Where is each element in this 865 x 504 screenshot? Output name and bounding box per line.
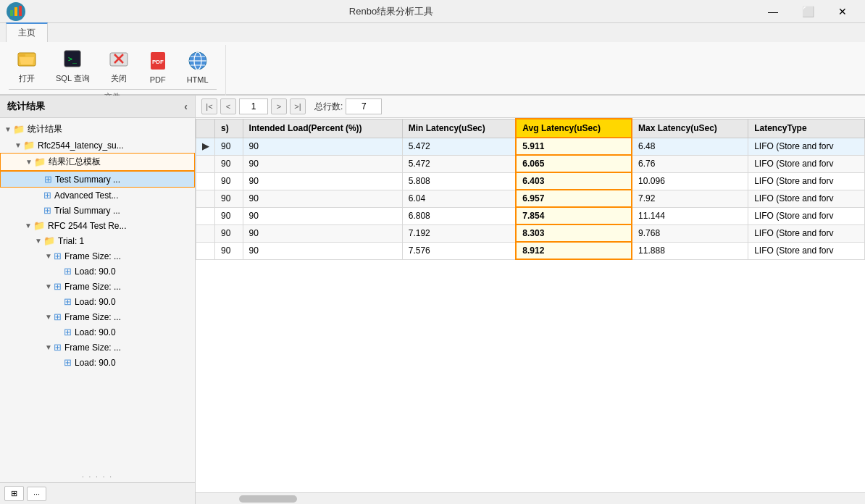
html-icon (188, 51, 208, 74)
data-table: s) Intended Load(Percent (%)) Min Latenc… (196, 118, 865, 260)
row-indicator (196, 207, 215, 224)
sidebar-item-trial1[interactable]: ▼ 📁 Trial: 1 (0, 233, 195, 248)
col-avg-latency: 5.911 (516, 138, 632, 155)
sidebar-scrollbar: · · · · · (0, 471, 195, 482)
pdf-icon: PDF (148, 51, 168, 74)
sidebar-item-template[interactable]: ▼ 📁 结果汇总模板 (0, 153, 195, 171)
col-header-max-latency[interactable]: Max Latency(uSec) (632, 119, 748, 138)
expand-trial-summary (33, 206, 43, 214)
sidebar-item-load1[interactable]: ⊞ Load: 90.0 (0, 264, 195, 279)
table-icon-test-summary: ⊞ (44, 174, 52, 185)
sidebar-item-frame-size3[interactable]: ▼ ⊞ Frame Size: ... (0, 309, 195, 324)
svg-rect-3 (19, 6, 22, 16)
col-intended-load: 90 (243, 242, 402, 259)
tree-label-trial-summary: Trial Summary ... (54, 206, 120, 216)
table-row[interactable]: ▶90905.4725.9116.48LIFO (Store and forv (196, 138, 865, 155)
data-table-wrap[interactable]: s) Intended Load(Percent (%)) Min Latenc… (196, 118, 865, 492)
expand-advanced (33, 191, 43, 199)
expand-frame1: ▼ (43, 252, 54, 260)
tree-label-test-summary: Test Summary ... (55, 175, 120, 185)
ribbon-file-group: 打开 >_ SQL 查询 (9, 45, 226, 102)
expand-test-summary (34, 175, 44, 183)
horizontal-scrollbar[interactable] (196, 492, 865, 504)
row-indicator (196, 190, 215, 207)
page-input[interactable] (239, 98, 268, 114)
first-page-button[interactable]: |< (201, 98, 217, 114)
svg-text:PDF: PDF (152, 59, 164, 65)
col-header-intended-load[interactable]: Intended Load(Percent (%)) (243, 119, 402, 138)
close-file-button[interactable]: 关闭 (101, 45, 137, 88)
total-rows-value[interactable] (346, 98, 382, 114)
col-min-latency: 5.472 (402, 138, 516, 155)
sidebar-item-frame-size1[interactable]: ▼ ⊞ Frame Size: ... (0, 248, 195, 264)
last-page-button[interactable]: >| (290, 98, 306, 114)
sidebar-item-trial-summary[interactable]: ⊞ Trial Summary ... (0, 203, 195, 218)
tree-label-root: 统计结果 (28, 123, 62, 135)
table-row[interactable]: 90905.4726.0656.76LIFO (Store and forv (196, 155, 865, 172)
table-row[interactable]: 90906.046.9577.92LIFO (Store and forv (196, 190, 865, 207)
hscroll-thumb[interactable] (239, 495, 297, 503)
total-rows-label: 总行数: (314, 101, 343, 113)
sidebar-toggle[interactable]: ‹ (184, 101, 188, 112)
table-icon-load1: ⊞ (64, 266, 72, 277)
sidebar-item-load3[interactable]: ⊞ Load: 90.0 (0, 324, 195, 340)
title-bar: Renbo结果分析工具 — ⬜ ✕ (0, 0, 865, 23)
grid-view-button[interactable]: ⊞ (4, 486, 24, 501)
pdf-button[interactable]: PDF PDF (140, 47, 176, 88)
col-max-latency: 7.92 (632, 190, 748, 207)
sidebar-item-root[interactable]: ▼ 📁 统计结果 (0, 121, 195, 138)
sidebar-item-rfc2544[interactable]: ▼ 📁 Rfc2544_latency_su... (0, 138, 195, 153)
table-row[interactable]: 90907.1928.3039.768LIFO (Store and forv (196, 224, 865, 242)
svg-rect-5 (18, 54, 25, 56)
sidebar-item-rfc2544-test-re[interactable]: ▼ 📁 RFC 2544 Test Re... (0, 218, 195, 233)
sidebar-item-frame-size2[interactable]: ▼ ⊞ Frame Size: ... (0, 279, 195, 294)
next-page-button[interactable]: > (271, 98, 287, 114)
tree-label-load4: Load: 90.0 (75, 358, 116, 368)
tree-label-template: 结果汇总模板 (49, 156, 101, 168)
open-button[interactable]: 打开 (9, 45, 45, 88)
sidebar-item-load2[interactable]: ⊞ Load: 90.0 (0, 294, 195, 309)
col-ts: 90 (215, 172, 243, 190)
expand-load4 (54, 358, 64, 366)
col-header-min-latency[interactable]: Min Latency(uSec) (402, 119, 516, 138)
expand-rfc2544: ▼ (13, 141, 23, 149)
col-min-latency: 6.04 (402, 190, 516, 207)
sidebar-item-test-summary[interactable]: ⊞ Test Summary ... (0, 171, 195, 188)
col-intended-load: 90 (243, 224, 402, 242)
sidebar-bottom: ⊞ ··· (0, 482, 195, 504)
prev-page-button[interactable]: < (220, 98, 236, 114)
svg-text:>_: >_ (68, 55, 78, 64)
col-intended-load: 90 (243, 138, 402, 155)
sidebar-item-frame-size4[interactable]: ▼ ⊞ Frame Size: ... (0, 340, 195, 355)
col-header-avg-latency[interactable]: Avg Latency(uSec) (516, 119, 632, 138)
maximize-button[interactable]: ⬜ (791, 0, 824, 23)
col-ts: 90 (215, 190, 243, 207)
col-latency-type: LIFO (Store and forv (748, 224, 865, 242)
table-icon-load2: ⊞ (64, 296, 72, 307)
table-icon-load4: ⊞ (64, 357, 72, 368)
tab-home[interactable]: 主页 (6, 22, 48, 42)
sql-query-button[interactable]: >_ SQL 查询 (48, 45, 98, 88)
col-max-latency: 10.096 (632, 172, 748, 190)
table-icon-advanced: ⊞ (43, 190, 51, 201)
sidebar-item-load4[interactable]: ⊞ Load: 90.0 (0, 355, 195, 370)
close-file-icon (109, 49, 129, 72)
minimize-button[interactable]: — (756, 0, 790, 23)
sidebar-header: 统计结果 ‹ (0, 96, 195, 118)
sidebar-item-advanced-test[interactable]: ⊞ Advanced Test... (0, 188, 195, 203)
close-file-label: 关闭 (111, 73, 127, 84)
tree-label-frame1: Frame Size: ... (64, 251, 121, 261)
col-min-latency: 7.576 (402, 242, 516, 259)
col-header-latency-type[interactable]: LatencyType (748, 119, 865, 138)
close-button[interactable]: ✕ (826, 0, 859, 23)
expand-frame4: ▼ (43, 343, 54, 351)
content-area: |< < > >| 总行数: s) Intended Load(Percent … (196, 96, 865, 504)
html-button[interactable]: HTML (179, 47, 217, 88)
table-row[interactable]: 90907.5768.91211.888LIFO (Store and forv (196, 242, 865, 259)
sidebar-tree[interactable]: ▼ 📁 统计结果 ▼ 📁 Rfc2544_latency_su... ▼ 📁 结… (0, 118, 195, 471)
more-options-button[interactable]: ··· (27, 487, 46, 501)
table-row[interactable]: 90905.8086.40310.096LIFO (Store and forv (196, 172, 865, 190)
col-header-ts[interactable]: s) (215, 119, 243, 138)
col-avg-latency: 6.065 (516, 155, 632, 172)
table-row[interactable]: 90906.8087.85411.144LIFO (Store and forv (196, 207, 865, 224)
